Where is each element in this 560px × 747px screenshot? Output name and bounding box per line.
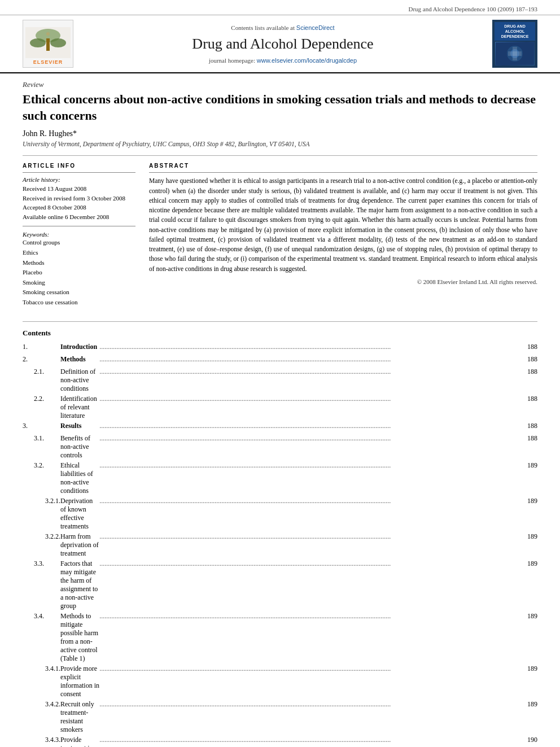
keyword-1: Control groups xyxy=(23,238,135,248)
keywords-section: Keywords: Control groups Ethics Methods … xyxy=(23,231,135,307)
toc-page-2-2: 188 xyxy=(527,394,537,421)
keyword-4: Placebo xyxy=(23,268,135,278)
toc-page-3-2-1: 189 xyxy=(527,496,537,532)
logo-right-text: DRUG AND ALCOHOL DEPENDENCE xyxy=(496,24,533,39)
toc-num-1: 1. xyxy=(23,342,60,355)
toc-num-3-1: 3.1. xyxy=(23,434,60,461)
toc-dots-3-4: ........................................… xyxy=(99,611,527,664)
toc-row-1: 1. Introduction ........................… xyxy=(23,342,537,355)
toc-num-2-2: 2.2. xyxy=(23,394,60,421)
main-content: Review Ethical concerns about non-active… xyxy=(0,73,560,747)
received-date: Received 13 August 2008 xyxy=(23,184,135,194)
keywords-label: Keywords: xyxy=(23,231,135,238)
journal-ref-text: Drug and Alcohol Dependence 100 (2009) 1… xyxy=(408,6,537,12)
homepage-url[interactable]: www.elsevier.com/locate/drugalcdep xyxy=(257,57,357,64)
toc-row-3-4-3: 3.4.3. Provide treatment in a different … xyxy=(23,735,537,747)
elsevier-logo-left: ELSEVIER xyxy=(23,20,73,68)
page-container: Drug and Alcohol Dependence 100 (2009) 1… xyxy=(0,0,560,747)
homepage-label: journal homepage: xyxy=(209,57,255,64)
article-info-section-label: ARTICLE INFO xyxy=(23,163,135,169)
svg-point-2 xyxy=(30,38,46,47)
section-type-label: Review xyxy=(23,80,537,89)
abstract-column: ABSTRACT Many have questioned whether it… xyxy=(149,163,537,307)
toc-num-3: 3. xyxy=(23,421,60,434)
history-label: Article history: xyxy=(23,176,135,183)
keyword-5: Smoking xyxy=(23,278,135,288)
toc-row-3-4-2: 3.4.2. Recruit only treatment-resistant … xyxy=(23,700,537,735)
toc-label-1: Introduction xyxy=(60,342,99,355)
toc-dots-3-4-1: ........................................… xyxy=(99,664,527,700)
toc-dots-3-1: ........................................… xyxy=(99,434,527,461)
toc-page-3-1: 188 xyxy=(527,434,537,461)
toc-page-3-2-2: 189 xyxy=(527,532,537,559)
abstract-text: Many have questioned whether it is ethic… xyxy=(149,176,537,274)
toc-label-3-3: Factors that may mitigate the harm of as… xyxy=(60,559,99,611)
toc-label-3-2-1: Deprivation of known effective treatment… xyxy=(60,496,99,532)
divider-after-author xyxy=(23,155,537,156)
toc-page-3-4-2: 189 xyxy=(527,700,537,735)
toc-row-3-2: 3.2. Ethical liabilities of non-active c… xyxy=(23,461,537,496)
toc-page-3-4-3: 190 xyxy=(527,735,537,747)
elsevier-tree-logo xyxy=(25,27,71,58)
toc-dots-3-2-1: ........................................… xyxy=(99,496,527,532)
toc-dots-2-1: ........................................… xyxy=(99,367,527,394)
sciencedirect-line: Contents lists available at ScienceDirec… xyxy=(231,24,334,31)
homepage-line: journal homepage: www.elsevier.com/locat… xyxy=(209,57,357,64)
author-affiliation: University of Vermont, Department of Psy… xyxy=(23,141,537,147)
journal-header: ELSEVIER Contents lists available at Sci… xyxy=(0,15,560,73)
info-divider-1 xyxy=(23,172,135,173)
toc-page-3-4-1: 189 xyxy=(527,664,537,700)
toc-dots-3-2: ........................................… xyxy=(99,461,527,496)
toc-num-3-2: 3.2. xyxy=(23,461,60,496)
toc-label-3-4-1: Provide more explicit information in con… xyxy=(60,664,99,700)
toc-table: 1. Introduction ........................… xyxy=(23,342,537,747)
toc-dots-3: ........................................… xyxy=(99,421,527,434)
svg-rect-4 xyxy=(46,38,50,51)
accepted-date: Accepted 8 October 2008 xyxy=(23,203,135,212)
toc-num-3-4: 3.4. xyxy=(23,611,60,664)
article-title: Ethical concerns about non-active condit… xyxy=(23,91,537,124)
toc-num-3-4-3: 3.4.3. xyxy=(23,735,60,747)
contents-title: Contents xyxy=(23,329,537,338)
article-info-column: ARTICLE INFO Article history: Received 1… xyxy=(23,163,135,307)
toc-row-2-1: 2.1. Definition of non-active conditions… xyxy=(23,367,537,394)
journal-title: Drug and Alcohol Dependence xyxy=(192,36,373,53)
toc-label-3-4-3: Provide treatment in a different modalit… xyxy=(60,735,99,747)
toc-page-3-2: 189 xyxy=(527,461,537,496)
toc-row-3-4-1: 3.4.1. Provide more explicit information… xyxy=(23,664,537,700)
keyword-6: Smoking cessation xyxy=(23,287,135,298)
toc-num-3-3: 3.3. xyxy=(23,559,60,611)
toc-num-3-2-2: 3.2.2. xyxy=(23,532,60,559)
toc-label-3-2-2: Harm from deprivation of treatment xyxy=(60,532,99,559)
toc-row-3-4: 3.4. Methods to mitigate possible harm f… xyxy=(23,611,537,664)
toc-row-2-2: 2.2. Identification of relevant literatu… xyxy=(23,394,537,421)
toc-dots-2: ........................................… xyxy=(99,355,527,367)
sciencedirect-link[interactable]: ScienceDirect xyxy=(296,24,335,31)
toc-num-3-4-2: 3.4.2. xyxy=(23,700,60,735)
toc-dots-1: ........................................… xyxy=(99,342,527,355)
svg-point-3 xyxy=(50,38,66,47)
toc-label-3-4: Methods to mitigate possible harm from a… xyxy=(60,611,99,664)
toc-page-3-4: 189 xyxy=(527,611,537,664)
online-date: Available online 6 December 2008 xyxy=(23,212,135,222)
toc-dots-2-2: ........................................… xyxy=(99,394,527,421)
contents-section: Contents 1. Introduction ...............… xyxy=(23,321,537,747)
toc-row-3-1: 3.1. Benefits of non-active controls ...… xyxy=(23,434,537,461)
toc-label-2-1: Definition of non-active conditions xyxy=(60,367,99,394)
info-divider-2 xyxy=(23,226,135,226)
abstract-section-label: ABSTRACT xyxy=(149,163,537,169)
toc-dots-3-4-3: ........................................… xyxy=(99,735,527,747)
toc-row-3-3: 3.3. Factors that may mitigate the harm … xyxy=(23,559,537,611)
svg-point-5 xyxy=(46,32,50,36)
toc-page-3-3: 189 xyxy=(527,559,537,611)
toc-dots-3-4-2: ........................................… xyxy=(99,700,527,735)
toc-row-3: 3. Results .............................… xyxy=(23,421,537,434)
copyright-line: © 2008 Elsevier Ireland Ltd. All rights … xyxy=(149,278,537,285)
toc-num-2: 2. xyxy=(23,355,60,367)
journal-center: Contents lists available at ScienceDirec… xyxy=(79,20,487,68)
toc-label-3-4-2: Recruit only treatment-resistant smokers xyxy=(60,700,99,735)
contents-label: Contents lists available at xyxy=(231,24,295,31)
abstract-divider xyxy=(149,172,537,173)
toc-label-2: Methods xyxy=(60,355,99,367)
keyword-7: Tobacco use cessation xyxy=(23,298,135,308)
